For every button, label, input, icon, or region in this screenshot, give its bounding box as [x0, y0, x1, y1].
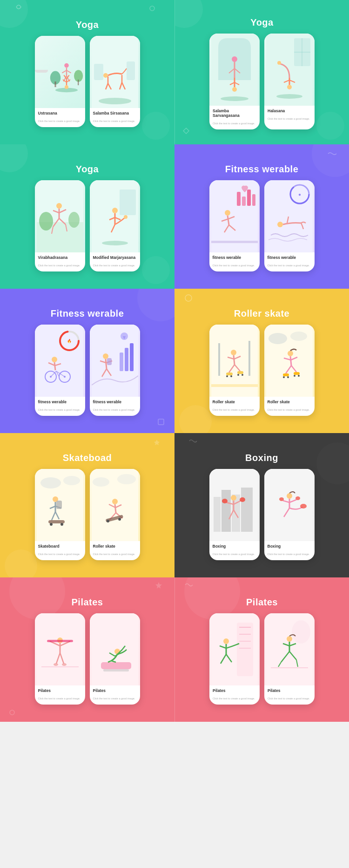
phone-desc-9: Click the text to create a good image. [38, 408, 81, 411]
phone-label-3: Salamba Sarvangasana [213, 108, 256, 118]
svg-point-172 [118, 518, 121, 521]
svg-line-165 [115, 504, 116, 513]
svg-line-9 [67, 70, 71, 73]
svg-point-120 [231, 350, 236, 355]
svg-point-159 [60, 523, 63, 526]
phone-desc-15: Click the text to create a good image. [213, 553, 255, 556]
svg-point-192 [300, 504, 307, 509]
phone-13: Skateboard Click the text to create a go… [35, 469, 85, 560]
svg-point-68 [124, 215, 128, 219]
phone-14: Roller skate Click the text to create a … [90, 469, 140, 560]
svg-point-194 [295, 496, 300, 500]
phone-label-11: Roller skate [213, 400, 256, 404]
grid-row-3: Fitness werable 🔥 [0, 289, 349, 433]
svg-point-69 [102, 241, 128, 245]
svg-point-130 [237, 374, 239, 376]
svg-point-20 [103, 73, 108, 78]
phone-desc-1: Click the text to create a good image. [38, 120, 81, 122]
phone-15: Boxing Click the text to create a good i… [209, 469, 260, 560]
phone-1: Ustrasana Click the text to create a goo… [35, 36, 85, 127]
card-yoga-3: Yoga [0, 144, 174, 289]
phone-screen-1 [35, 36, 85, 108]
svg-point-193 [279, 497, 284, 501]
phone-info-13: Skateboard Click the text to create a go… [35, 541, 85, 560]
phone-label-7: fitness werable [213, 255, 256, 260]
phones-row-10: Pilates Click the text to create a good … [209, 613, 315, 705]
phones-row-3: Virabhadrasana Click the text to create … [35, 180, 140, 271]
svg-line-94 [54, 362, 55, 370]
svg-rect-207 [92, 613, 138, 685]
svg-rect-174 [214, 497, 221, 532]
card-yoga-1: Yoga [0, 0, 174, 144]
phone-desc-16: Click the text to create a good image. [268, 553, 310, 556]
svg-point-144 [287, 376, 289, 378]
phone-label-13: Skateboard [38, 544, 82, 549]
phone-info-20: Pilates Click the text to create a good … [264, 685, 315, 705]
phones-row-5: 🔥 [35, 325, 140, 416]
phone-screen-5 [35, 180, 85, 252]
svg-point-221 [223, 638, 229, 644]
phone-screen-12 [264, 325, 315, 397]
phone-desc-19: Click the text to create a good image. [213, 697, 255, 700]
svg-point-178 [231, 495, 236, 501]
svg-point-86 [277, 222, 283, 227]
svg-point-136 [288, 351, 293, 356]
svg-rect-72 [242, 197, 246, 206]
phone-16: Boxing Click the text to create a good i… [264, 469, 315, 560]
svg-rect-73 [247, 190, 251, 206]
svg-point-162 [93, 477, 109, 487]
phone-10: fitness werable Click the text to create… [90, 325, 140, 416]
card-title-10: Pilates [246, 597, 278, 608]
phone-info-14: Roller skate Click the text to create a … [90, 541, 140, 560]
card-fitness-1: Fitness werable [174, 144, 349, 289]
svg-rect-201 [47, 640, 73, 642]
svg-rect-105 [120, 353, 123, 371]
svg-point-51 [39, 212, 53, 231]
svg-rect-160 [56, 501, 62, 509]
phones-row-6: Roller skate Click the text to create a … [209, 325, 315, 416]
svg-point-134 [268, 333, 287, 344]
svg-rect-208 [101, 662, 131, 669]
grid-row-2: Yoga [0, 144, 349, 289]
card-pilates-1: Pilates [0, 577, 174, 722]
svg-rect-119 [248, 341, 250, 376]
phone-screen-7 [209, 180, 260, 252]
card-title-2: Yoga [250, 17, 273, 28]
phone-info-19: Pilates Click the text to create a good … [209, 685, 260, 705]
phones-row-2: Salamba Sarvangasana Click the text to c… [209, 34, 315, 129]
phone-label-5: Virabhadrasana [38, 255, 82, 260]
svg-line-121 [234, 355, 235, 365]
phone-desc-12: Click the text to create a good image. [268, 408, 310, 411]
phone-desc-2: Click the text to create a good image. [93, 120, 135, 122]
phone-info-1: Ustrasana Click the text to create a goo… [35, 108, 85, 127]
phone-label-4: Halasana [268, 108, 311, 113]
phone-info-18: Pilates Click the text to create a good … [90, 685, 140, 705]
grid-row-5: Pilates [0, 577, 349, 722]
svg-rect-106 [125, 348, 128, 371]
svg-rect-145 [294, 372, 300, 375]
phone-18: Pilates Click the text to create a good … [90, 613, 140, 705]
svg-point-158 [50, 523, 53, 526]
svg-rect-115 [107, 358, 112, 365]
card-title-7: Skateboad [63, 453, 112, 463]
phone-label-18: Pilates [93, 688, 137, 693]
phone-3: Salamba Sarvangasana Click the text to c… [209, 34, 260, 129]
svg-line-110 [106, 359, 107, 369]
phone-desc-7: Click the text to create a good image. [213, 264, 255, 267]
phone-screen-3 [209, 34, 260, 106]
svg-point-30 [232, 87, 237, 92]
phone-desc-11: Click the text to create a good image. [213, 408, 255, 411]
card-title-3: Yoga [76, 164, 99, 175]
phones-row-1: Ustrasana Click the text to create a goo… [35, 36, 140, 127]
phone-11: Roller skate Click the text to create a … [209, 325, 260, 416]
phone-label-15: Boxing [213, 544, 256, 549]
svg-point-37 [232, 56, 237, 62]
svg-point-48 [276, 94, 302, 99]
card-fitness-2: Fitness werable 🔥 [0, 289, 174, 433]
phone-desc-18: Click the text to create a good image. [93, 697, 135, 700]
svg-point-109 [103, 353, 108, 359]
phone-info-2: Salamba Sirsasana Click the text to crea… [90, 108, 140, 127]
phone-desc-6: Click the text to create a good image. [93, 264, 135, 267]
svg-rect-129 [237, 371, 243, 374]
phone-label-17: Pilates [38, 688, 82, 693]
